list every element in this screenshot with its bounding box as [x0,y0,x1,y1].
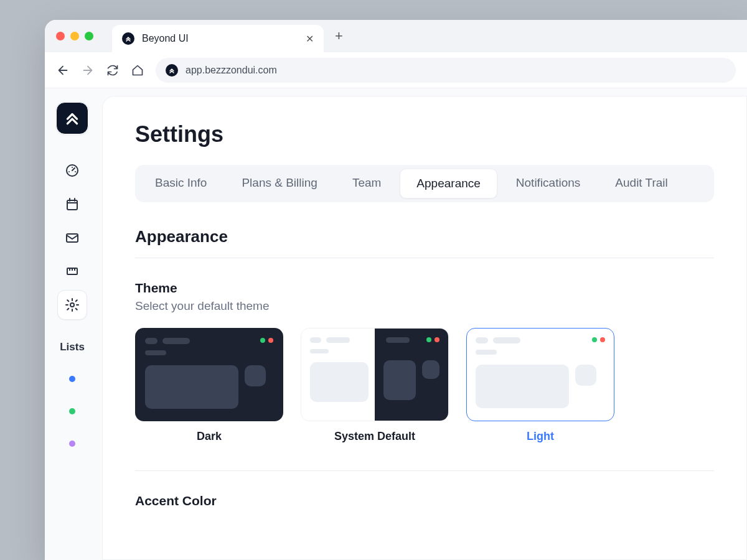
tab-notifications[interactable]: Notifications [500,169,597,198]
svg-point-1 [68,171,70,172]
reload-icon[interactable] [106,63,120,77]
window-close-button[interactable] [56,32,65,40]
tab-title: Beyond UI [142,33,298,44]
list-dot-blue[interactable] [69,376,75,382]
window-maximize-button[interactable] [85,32,93,40]
theme-option-light[interactable]: Light [466,328,614,443]
theme-options: Dark [135,328,714,443]
content-panel: Settings Basic Info Plans & Billing Team… [102,96,747,560]
divider [135,258,714,258]
url-favicon-icon [166,64,178,77]
theme-option-system[interactable]: System Default [301,328,449,443]
theme-label-dark: Dark [197,430,222,443]
tab-basic-info[interactable]: Basic Info [139,169,223,198]
browser-tab[interactable]: Beyond UI ✕ [112,25,324,52]
tab-team[interactable]: Team [336,169,397,198]
forward-icon[interactable] [81,63,95,77]
app-logo[interactable] [56,102,88,134]
url-text: app.bezzzondui.com [186,65,277,76]
page-title: Settings [135,121,714,147]
theme-preview-dark [135,328,283,421]
lists-heading: Lists [60,341,85,353]
theme-preview-system [301,328,449,421]
theme-label-light: Light [527,430,554,443]
list-dot-green[interactable] [69,408,75,414]
browser-tab-bar: Beyond UI ✕ + [45,20,747,52]
browser-url-bar: app.bezzzondui.com [45,52,747,88]
calendar-icon[interactable] [57,189,87,219]
list-dot-purple[interactable] [69,441,75,447]
svg-point-3 [75,171,76,172]
section-title: Appearance [135,227,714,246]
close-icon[interactable]: ✕ [306,33,314,45]
tab-appearance[interactable]: Appearance [400,169,497,198]
tab-audit-trail[interactable]: Audit Trail [599,169,684,198]
new-tab-button[interactable]: + [335,28,343,44]
settings-tabs: Basic Info Plans & Billing Team Appearan… [135,165,714,202]
browser-window: Beyond UI ✕ + app.bezzzondui.com [45,20,747,560]
svg-rect-5 [67,234,78,242]
dashboard-icon[interactable] [57,156,87,185]
back-icon[interactable] [56,63,70,77]
svg-rect-4 [67,200,77,210]
theme-option-dark[interactable]: Dark [135,328,283,443]
theme-description: Select your default theme [135,299,714,313]
sidebar: Lists [45,88,100,560]
divider-2 [135,470,714,471]
svg-point-7 [70,303,74,307]
svg-point-2 [72,167,73,168]
tab-plans-billing[interactable]: Plans & Billing [225,169,333,198]
settings-icon[interactable] [57,290,87,320]
home-icon[interactable] [131,63,144,77]
theme-title: Theme [135,281,714,296]
url-input[interactable]: app.bezzzondui.com [156,58,736,83]
traffic-lights [56,32,93,40]
accent-color-title: Accent Color [135,493,714,508]
theme-label-system: System Default [334,430,415,443]
theme-preview-light [466,328,614,421]
window-minimize-button[interactable] [70,32,79,40]
app-body: Lists Settings Basic Info Plans & Billin… [45,88,747,560]
tab-favicon-icon [122,32,134,45]
mail-icon[interactable] [57,223,87,253]
ruler-icon[interactable] [57,256,87,286]
